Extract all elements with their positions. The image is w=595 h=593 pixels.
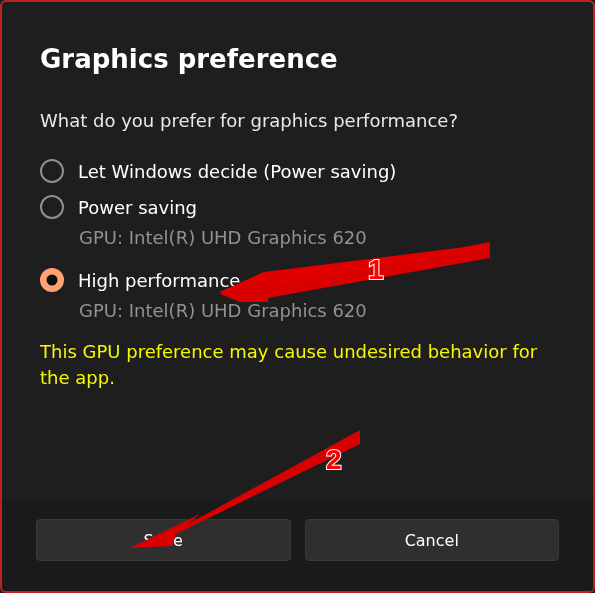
radio-option-high-performance[interactable]: High performance	[40, 262, 555, 298]
radio-detail-power-saving: GPU: Intel(R) UHD Graphics 620	[40, 225, 555, 262]
radio-option-power-saving[interactable]: Power saving	[40, 189, 555, 225]
cancel-button[interactable]: Cancel	[305, 519, 560, 561]
annotation-number-2: 2	[326, 444, 342, 476]
dialog-body: Graphics preference What do you prefer f…	[2, 2, 593, 391]
radio-label: Let Windows decide (Power saving)	[78, 161, 396, 182]
radio-icon-selected	[40, 268, 64, 292]
radio-label: High performance	[78, 270, 240, 291]
radio-group: Let Windows decide (Power saving) Power …	[40, 153, 555, 335]
radio-detail-high-performance: GPU: Intel(R) UHD Graphics 620	[40, 298, 555, 335]
radio-option-let-windows-decide[interactable]: Let Windows decide (Power saving)	[40, 153, 555, 189]
dialog-title: Graphics preference	[40, 44, 555, 74]
save-button[interactable]: Save	[36, 519, 291, 561]
radio-icon	[40, 195, 64, 219]
radio-label: Power saving	[78, 197, 197, 218]
radio-icon	[40, 159, 64, 183]
dialog-prompt: What do you prefer for graphics performa…	[40, 110, 555, 131]
warning-text: This GPU preference may cause undesired …	[40, 339, 555, 391]
button-bar: Save Cancel	[2, 501, 593, 591]
